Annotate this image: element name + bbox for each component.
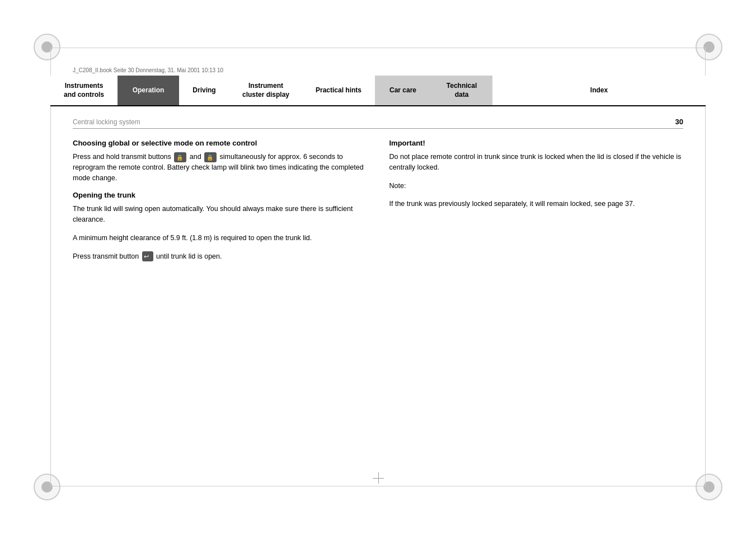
note-label: Note:	[389, 181, 684, 191]
para-trunk-swing: The trunk lid will swing open automatica…	[73, 204, 367, 225]
border-top	[50, 48, 706, 48]
tab-instruments[interactable]: Instruments and controls	[50, 76, 118, 105]
right-column: Important! Do not place remote control i…	[389, 139, 684, 269]
two-column-layout: Choosing global or selective mode on rem…	[73, 139, 683, 269]
tab-operation[interactable]: Operation	[118, 76, 179, 105]
heading-opening-trunk: Opening the trunk	[73, 191, 367, 199]
corner-decoration-bl	[34, 474, 60, 500]
content-area: Central locking system 30 Choosing globa…	[73, 118, 683, 472]
file-info: J_C208_II.book Seite 30 Donnerstag, 31. …	[73, 67, 223, 73]
border-left	[50, 48, 51, 486]
section-title: Central locking system	[73, 118, 140, 126]
tab-index[interactable]: Index	[492, 76, 706, 105]
para-trunk-height: A minimum height clearance of 5.9 ft. (1…	[73, 233, 367, 243]
trunk-icon	[142, 251, 153, 261]
border-right	[705, 48, 706, 486]
note-text: If the trunk was previously locked separ…	[389, 199, 684, 209]
tab-instrument-cluster[interactable]: Instrument cluster display	[229, 76, 302, 105]
center-crosshair	[373, 472, 384, 484]
important-text: Do not place remote control in trunk sin…	[389, 152, 684, 173]
page-number: 30	[675, 118, 683, 126]
lock-icon-2	[204, 152, 217, 162]
section-header: Central locking system 30	[73, 118, 683, 129]
border-bottom	[50, 486, 706, 486]
corner-decoration-tl	[34, 34, 60, 60]
tab-car-care[interactable]: Car care	[375, 76, 431, 105]
tab-practical-hints[interactable]: Practical hints	[302, 76, 375, 105]
important-label: Important!	[389, 139, 684, 147]
tab-technical-data[interactable]: Technical data	[431, 76, 492, 105]
para-choosing-mode: Press and hold transmit buttons and simu…	[73, 152, 367, 183]
corner-decoration-br	[696, 474, 722, 500]
para-trunk-button: Press transmit button until trunk lid is…	[73, 251, 367, 262]
navigation-tabs: Instruments and controls Operation Drivi…	[50, 76, 706, 106]
lock-icon-1	[174, 152, 186, 162]
heading-choosing-mode: Choosing global or selective mode on rem…	[73, 139, 367, 147]
corner-decoration-tr	[696, 34, 722, 60]
tab-driving[interactable]: Driving	[179, 76, 229, 105]
left-column: Choosing global or selective mode on rem…	[73, 139, 367, 269]
